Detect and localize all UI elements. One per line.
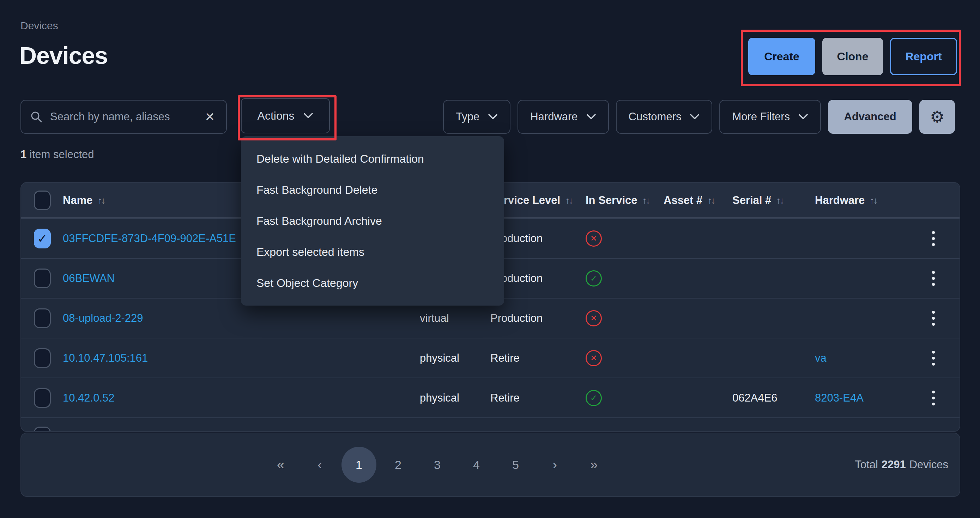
menu-item-delete-with-detailed-confirmation[interactable]: Delete with Detailed Confirmation: [241, 143, 504, 174]
row-actions-cell: [929, 298, 939, 338]
sort-icon: ↑↓: [707, 195, 714, 206]
device-name-link[interactable]: 03FFCDFE-873D-4F09-902E-A51E: [63, 232, 236, 245]
gear-icon: ⚙: [930, 107, 944, 126]
report-button[interactable]: Report: [890, 38, 957, 75]
serial-cell: 062A4E6: [732, 378, 778, 418]
hardware-link[interactable]: 8203-E4A: [815, 392, 864, 404]
column-label: In Service: [585, 194, 637, 207]
column-label: Asset #: [663, 194, 702, 207]
row-select-cell: [34, 338, 51, 378]
sort-icon: ↑↓: [97, 195, 104, 206]
filter-button-more-filters[interactable]: More Filters: [719, 100, 821, 134]
table-row-partial: [21, 418, 959, 432]
filter-label: Hardware: [530, 110, 578, 123]
menu-item-fast-background-archive[interactable]: Fast Background Archive: [241, 206, 504, 236]
filter-buttons: TypeHardwareCustomersMore FiltersAdvance…: [443, 100, 955, 134]
column-header-name[interactable]: Name↑↓: [63, 183, 104, 218]
pagination-first[interactable]: «: [261, 445, 300, 484]
row-checkbox[interactable]: [34, 348, 51, 368]
pagination: «‹12345›»: [261, 433, 614, 496]
filter-label: More Filters: [732, 110, 790, 123]
menu-item-set-object-category[interactable]: Set Object Category: [241, 268, 504, 298]
column-header-hardware[interactable]: Hardware↑↓: [815, 183, 877, 218]
clone-button[interactable]: Clone: [822, 38, 883, 75]
in-service-cross-icon: ✕: [585, 230, 602, 247]
column-header-in_service[interactable]: In Service↑↓: [585, 183, 649, 218]
create-button[interactable]: Create: [748, 38, 815, 75]
menu-item-fast-background-delete[interactable]: Fast Background Delete: [241, 174, 504, 206]
row-checkbox[interactable]: [34, 388, 51, 408]
device-name-link[interactable]: 10.10.47.105:161: [63, 352, 148, 365]
row-checkbox[interactable]: [34, 427, 51, 432]
chevron-down-icon: [488, 114, 498, 120]
advanced-button[interactable]: Advanced: [828, 100, 912, 134]
table-row: 10.10.47.105:161physicalRetire✕va: [21, 338, 959, 378]
pagination-page-2[interactable]: 2: [379, 445, 418, 484]
pagination-last[interactable]: »: [574, 445, 614, 484]
in-service-cross-icon: ✕: [585, 310, 602, 327]
name-cell: 03FFCDFE-873D-4F09-902E-A51E: [63, 219, 236, 258]
row-actions-cell: [929, 219, 939, 258]
name-cell: 10.42.0.52: [63, 378, 115, 418]
pagination-prev[interactable]: ‹: [300, 445, 339, 484]
pagination-next[interactable]: ›: [535, 445, 574, 484]
device-name-link[interactable]: 10.42.0.52: [63, 392, 115, 404]
total-value: 2291: [881, 458, 906, 471]
in-service-cell: ✓: [585, 378, 602, 418]
row-checkbox[interactable]: [34, 269, 51, 288]
type-cell-value: virtual: [420, 312, 449, 325]
type-cell: physical: [420, 378, 459, 418]
kebab-menu-icon[interactable]: [929, 347, 939, 369]
selection-summary: 1 item selected: [21, 148, 94, 161]
kebab-menu-icon[interactable]: [929, 268, 939, 289]
filter-button-customers[interactable]: Customers: [616, 100, 713, 134]
chevron-down-icon: [303, 113, 313, 119]
row-select-cell: [34, 259, 51, 298]
devices-page: { "colors": { "page_background": "#131a2…: [0, 0, 980, 518]
pagination-page-4[interactable]: 4: [457, 445, 496, 484]
in-service-check-icon: ✓: [585, 390, 602, 406]
pagination-page-5[interactable]: 5: [496, 445, 535, 484]
row-actions-cell: [929, 259, 939, 298]
hardware-cell: 8203-E4A: [815, 378, 864, 418]
pagination-page-3[interactable]: 3: [418, 445, 457, 484]
in-service-cell: ✕: [585, 338, 602, 378]
in-service-check-icon: ✓: [585, 270, 602, 287]
kebab-menu-icon[interactable]: [929, 308, 939, 329]
row-checkbox[interactable]: ✓: [34, 229, 51, 249]
device-name-link[interactable]: 06BEWAN: [63, 272, 115, 285]
pagination-page-1[interactable]: 1: [339, 445, 379, 484]
search-input[interactable]: [49, 110, 196, 123]
clear-search-icon[interactable]: ✕: [203, 110, 217, 123]
settings-button[interactable]: ⚙: [920, 100, 955, 134]
kebab-menu-icon[interactable]: [929, 387, 939, 409]
actions-dropdown-button[interactable]: Actions: [241, 98, 330, 133]
select-all-checkbox[interactable]: [34, 191, 51, 210]
search-icon: [30, 111, 42, 123]
in-service-cell: ✕: [585, 298, 602, 338]
column-header-asset[interactable]: Asset #↑↓: [663, 183, 714, 218]
service-level-cell-value: Retire: [490, 352, 520, 365]
column-label: Hardware: [815, 194, 865, 207]
row-actions-cell: [929, 378, 939, 418]
select-all-cell: [34, 183, 51, 218]
row-select-cell: ✓: [34, 219, 51, 258]
row-checkbox[interactable]: [34, 308, 51, 328]
filter-button-hardware[interactable]: Hardware: [517, 100, 609, 134]
selection-count: 1: [21, 148, 27, 161]
table-footer: «‹12345›» Total 2291 Devices: [21, 433, 960, 497]
type-cell-value: physical: [420, 392, 459, 404]
column-header-serial[interactable]: Serial #↑↓: [732, 183, 783, 218]
service-level-cell-value: Production: [490, 312, 542, 325]
type-cell: physical: [420, 338, 459, 378]
actions-label: Actions: [258, 109, 294, 123]
serial-value: 062A4E6: [732, 392, 778, 404]
kebab-menu-icon[interactable]: [929, 228, 939, 249]
hardware-link[interactable]: va: [815, 352, 827, 365]
breadcrumb[interactable]: Devices: [21, 20, 58, 32]
menu-item-export-selected-items[interactable]: Export selected items: [241, 236, 504, 268]
filter-button-type[interactable]: Type: [443, 100, 511, 134]
selection-text: item selected: [27, 148, 94, 161]
device-name-link[interactable]: 08-upload-2-229: [63, 312, 143, 325]
row-select-cell: [34, 378, 51, 418]
